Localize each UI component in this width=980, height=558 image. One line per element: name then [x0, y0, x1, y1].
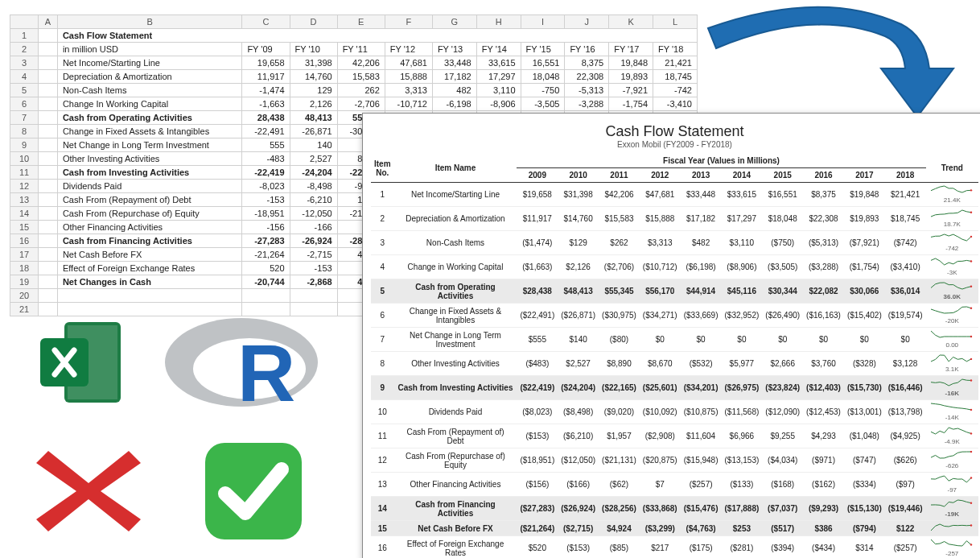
cell-value[interactable]: -18,951 [242, 207, 290, 221]
year-header[interactable]: FY '16 [565, 43, 609, 56]
cell-value[interactable]: 140 [290, 138, 337, 152]
year-header[interactable]: FY '17 [609, 43, 653, 56]
cell-value[interactable]: -166 [290, 221, 337, 234]
cell-value[interactable]: -24,204 [290, 166, 337, 180]
cell-value[interactable]: 11,917 [242, 70, 290, 84]
cell-value[interactable]: 555 [242, 138, 290, 152]
col-header[interactable]: H [476, 15, 521, 29]
cell-value[interactable]: -27,283 [242, 234, 290, 248]
cell-value[interactable]: 262 [337, 84, 385, 97]
cell-value[interactable]: -26,871 [290, 125, 337, 138]
cell-value[interactable]: -3,505 [521, 97, 565, 111]
cell-value[interactable]: -6,210 [290, 193, 337, 207]
line-item-label[interactable]: Cash from Financing Activities [57, 234, 241, 248]
year-header[interactable]: FY '13 [432, 43, 476, 56]
cell-value[interactable]: -8,023 [242, 180, 290, 193]
cell-value[interactable]: 31,398 [290, 56, 337, 70]
cell-value[interactable]: -156 [242, 221, 290, 234]
cell-value[interactable]: -12,050 [290, 207, 337, 221]
year-header[interactable]: FY '12 [385, 43, 432, 56]
cell-value[interactable]: -8,498 [290, 180, 337, 193]
cell-value[interactable]: 48,413 [290, 111, 337, 125]
line-item-label[interactable]: Other Financing Activities [57, 221, 241, 234]
year-header[interactable]: FY '15 [521, 43, 565, 56]
cell-value[interactable]: -742 [653, 84, 698, 97]
cell-value[interactable]: 15,583 [337, 70, 385, 84]
cell-value[interactable]: 33,615 [476, 56, 521, 70]
cell-value[interactable]: 3,313 [385, 84, 432, 97]
cell-value[interactable]: 14,760 [290, 70, 337, 84]
cell-value[interactable]: 28,438 [242, 111, 290, 125]
cell-value[interactable]: -10,712 [385, 97, 432, 111]
col-header[interactable]: E [337, 15, 385, 29]
col-header[interactable]: L [653, 15, 698, 29]
line-item-label[interactable]: Change In Working Capital [57, 97, 241, 111]
line-item-label[interactable]: Cash From (Repayment of) Debt [57, 193, 241, 207]
cell-value[interactable]: 3,110 [476, 84, 521, 97]
cell-value[interactable]: -20,744 [242, 275, 290, 289]
cell-value[interactable]: -1,754 [609, 97, 653, 111]
cell-value[interactable]: -2,706 [337, 97, 385, 111]
cell-value[interactable]: 21,421 [653, 56, 698, 70]
cell-value[interactable]: -6,198 [432, 97, 476, 111]
cell-value[interactable]: -22,491 [242, 125, 290, 138]
cell-value[interactable]: -3,410 [653, 97, 698, 111]
cell-value[interactable]: 520 [242, 262, 290, 275]
col-header[interactable]: C [242, 15, 290, 29]
year-header[interactable]: FY '10 [290, 43, 337, 56]
cell-value[interactable]: -26,924 [290, 234, 337, 248]
col-header[interactable]: J [565, 15, 609, 29]
year-header[interactable]: FY '09 [242, 43, 290, 56]
line-item-label[interactable]: Dividends Paid [57, 180, 241, 193]
cell-value[interactable]: -8,906 [476, 97, 521, 111]
cell-value[interactable]: 8,375 [565, 56, 609, 70]
line-item-label[interactable]: Cash from Investing Activities [57, 166, 241, 180]
cell-value[interactable]: 15,888 [385, 70, 432, 84]
cell-value[interactable]: -22,419 [242, 166, 290, 180]
cell-value[interactable]: -483 [242, 152, 290, 166]
units-label[interactable]: in million USD [57, 43, 241, 56]
line-item-label[interactable]: Net Cash Before FX [57, 248, 241, 262]
cell-value[interactable]: 47,681 [385, 56, 432, 70]
cell-value[interactable]: -3,288 [565, 97, 609, 111]
line-item-label[interactable]: Cash From (Repurchase of) Equity [57, 207, 241, 221]
sheet-title[interactable]: Cash Flow Statement [57, 29, 697, 43]
col-header[interactable]: F [385, 15, 432, 29]
cell-value[interactable]: -21,264 [242, 248, 290, 262]
cell-value[interactable]: -2,715 [290, 248, 337, 262]
col-header[interactable]: G [432, 15, 476, 29]
cell-value[interactable]: -5,313 [565, 84, 609, 97]
line-item-label[interactable]: Cash from Operating Activities [57, 111, 241, 125]
line-item-label[interactable]: Net Changes in Cash [57, 275, 241, 289]
cell-value[interactable]: 18,745 [653, 70, 698, 84]
row-header[interactable]: 1 [10, 29, 39, 43]
cell-value[interactable]: 16,551 [521, 56, 565, 70]
col-header[interactable] [10, 15, 39, 29]
col-header[interactable]: D [290, 15, 337, 29]
cell-value[interactable]: 18,048 [521, 70, 565, 84]
cell-value[interactable]: -750 [521, 84, 565, 97]
line-item-label[interactable]: Change in Fixed Assets & Intangibles [57, 125, 241, 138]
cell-value[interactable]: -1,663 [242, 97, 290, 111]
cell-value[interactable]: 2,126 [290, 97, 337, 111]
line-item-label[interactable]: Effect of Foreign Exchange Rates [57, 262, 241, 275]
year-header[interactable]: FY '18 [653, 43, 698, 56]
cell-value[interactable]: 17,182 [432, 70, 476, 84]
cell-value[interactable]: 129 [290, 84, 337, 97]
col-header[interactable]: A [39, 15, 58, 29]
cell-value[interactable]: -1,474 [242, 84, 290, 97]
line-item-label[interactable]: Net Income/Starting Line [57, 56, 241, 70]
cell-value[interactable]: 2,527 [290, 152, 337, 166]
cell-value[interactable]: -153 [242, 193, 290, 207]
cell-value[interactable]: 19,658 [242, 56, 290, 70]
line-item-label[interactable]: Depreciation & Amortization [57, 70, 241, 84]
line-item-label[interactable]: Other Investing Activities [57, 152, 241, 166]
cell-value[interactable]: 22,308 [565, 70, 609, 84]
col-header[interactable]: B [57, 15, 241, 29]
cell-value[interactable]: 19,893 [609, 70, 653, 84]
cell-value[interactable]: -7,921 [609, 84, 653, 97]
col-header[interactable]: K [609, 15, 653, 29]
line-item-label[interactable]: Non-Cash Items [57, 84, 241, 97]
cell-value[interactable]: -2,868 [290, 275, 337, 289]
cell-value[interactable]: -153 [290, 262, 337, 275]
